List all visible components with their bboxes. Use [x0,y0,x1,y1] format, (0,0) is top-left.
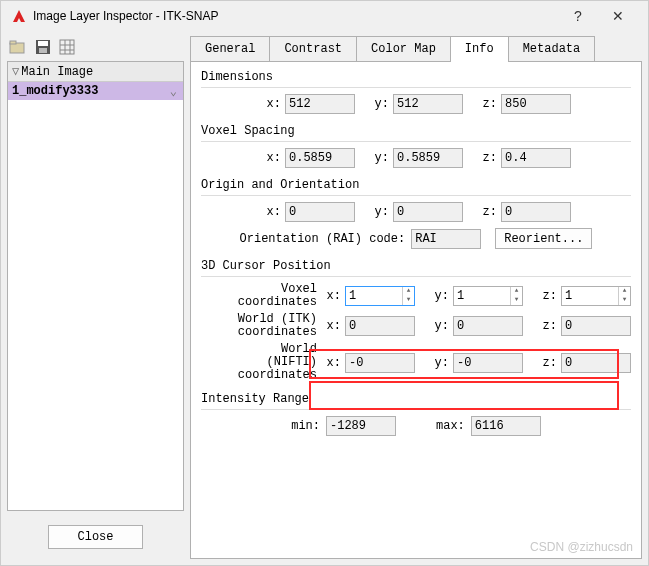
window-title: Image Layer Inspector - ITK-SNAP [33,9,558,23]
origin-title: Origin and Orientation [201,178,631,192]
titlebar: Image Layer Inspector - ITK-SNAP ? ✕ [1,1,648,31]
toolbar [7,35,184,61]
svg-rect-5 [39,48,47,53]
voxel-spacing-y [393,148,463,168]
section-origin: Origin and Orientation x: y: z: Orientat… [201,178,631,249]
dimensions-y [393,94,463,114]
info-panel: Dimensions x: y: z: Voxel Spacing x: y: … [190,61,642,559]
intensity-min-label: min: [291,419,320,433]
right-pane: General Contrast Color Map Info Metadata… [190,35,642,559]
chevron-down-icon[interactable]: ⌄ [170,84,177,99]
close-window-button[interactable]: ✕ [598,8,638,24]
origin-z [501,202,571,222]
voxel-spacing-x [285,148,355,168]
section-intensity: Intensity Range min: max: [201,392,631,436]
dimensions-x [285,94,355,114]
tree-item-label: 1_modify3333 [12,84,98,98]
open-icon[interactable] [9,39,27,55]
save-icon[interactable] [35,39,51,55]
voxel-z-spin[interactable]: ▲▼ [561,286,631,306]
left-pane: ▽Main Image 1_modify3333⌄ Close [7,35,184,559]
nifti-y [453,353,523,373]
dimensions-title: Dimensions [201,70,631,84]
label-z: z: [477,97,501,111]
reorient-button[interactable]: Reorient... [495,228,592,249]
svg-rect-4 [38,41,48,46]
intensity-min [326,416,396,436]
voxel-spacing-title: Voxel Spacing [201,124,631,138]
origin-x [285,202,355,222]
window: Image Layer Inspector - ITK-SNAP ? ✕ ▽Ma… [0,0,649,566]
itk-y [453,316,523,336]
label-y: y: [369,97,393,111]
tree-header[interactable]: ▽Main Image [8,62,183,82]
close-button[interactable]: Close [48,525,143,549]
voxel-coords-label: Voxel coordinates [201,283,321,309]
tab-colormap[interactable]: Color Map [356,36,451,62]
tab-general[interactable]: General [190,36,270,62]
label-x: x: [261,97,285,111]
dimensions-z [501,94,571,114]
itk-coords-label: World (ITK) coordinates [201,313,321,339]
help-button[interactable]: ? [558,8,598,24]
tree-header-label: Main Image [21,65,93,79]
svg-marker-0 [13,10,25,22]
section-voxel-spacing: Voxel Spacing x: y: z: [201,124,631,168]
svg-rect-6 [60,40,74,54]
voxel-y-spin[interactable]: ▲▼ [453,286,523,306]
section-dimensions: Dimensions x: y: z: [201,70,631,114]
tab-contrast[interactable]: Contrast [269,36,357,62]
origin-y [393,202,463,222]
voxel-x-spin[interactable]: ▲▼ [345,286,415,306]
tree-item-selected[interactable]: 1_modify3333⌄ [8,82,183,100]
itk-x [345,316,415,336]
section-cursor: 3D Cursor Position Voxel coordinates x: … [201,259,631,382]
triangle-icon: ▽ [12,65,19,79]
intensity-max-label: max: [436,419,465,433]
svg-rect-2 [10,41,16,44]
content: ▽Main Image 1_modify3333⌄ Close General … [1,31,648,565]
intensity-title: Intensity Range [201,392,631,406]
intensity-max [471,416,541,436]
nifti-z [561,353,631,373]
orientation-code [411,229,481,249]
watermark: CSDN @zizhucsdn [530,540,633,554]
tab-info[interactable]: Info [450,36,509,62]
itk-z [561,316,631,336]
grid-icon[interactable] [59,39,75,55]
tab-bar: General Contrast Color Map Info Metadata [190,35,642,61]
nifti-coords-label: World (NIFTI) coordinates [201,343,321,382]
cursor-title: 3D Cursor Position [201,259,631,273]
tab-metadata[interactable]: Metadata [508,36,596,62]
voxel-spacing-z [501,148,571,168]
app-icon [11,8,27,24]
nifti-x [345,353,415,373]
layer-tree: ▽Main Image 1_modify3333⌄ [7,61,184,511]
orientation-code-label: Orientation (RAI) code: [240,232,406,246]
